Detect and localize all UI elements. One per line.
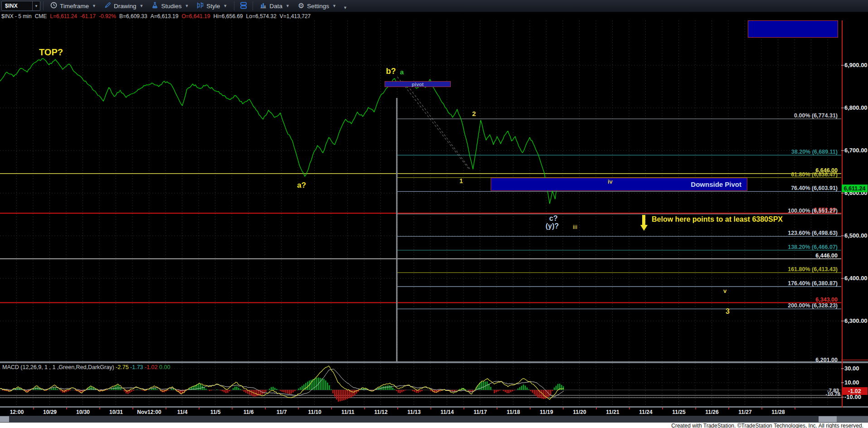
symbol-input[interactable]: $INX ▼	[1, 1, 40, 11]
price-axis-label: 6,300.00	[844, 317, 868, 324]
chart-annotation: a	[400, 68, 404, 75]
level-label: 6,343.00	[815, 297, 838, 303]
quote-segment: V=1,413,727	[280, 13, 311, 19]
session-tick	[497, 408, 497, 409]
level-label: 138.20% (6,466.07)	[788, 244, 838, 250]
session-tick	[265, 408, 266, 409]
pencil-icon	[104, 2, 111, 10]
macd-label-segment: -1.73	[129, 364, 143, 370]
style-menu[interactable]: Style ▼	[193, 0, 231, 12]
settings-menu[interactable]: ⚙ Settings ▼	[294, 0, 341, 12]
time-axis-label: 11/26	[705, 409, 718, 415]
drawing-box: Downside Pivot	[491, 178, 747, 191]
level-label: 200.00% (6,328.23)	[788, 302, 838, 309]
level-label: 161.80% (6,413.43)	[788, 266, 838, 272]
session-tick	[728, 408, 729, 409]
horizontal-scrollbar[interactable]	[0, 416, 868, 423]
macd-study-label: MACD (12,26,9, 1 , 1 ,Green,Red,DarkGray…	[2, 364, 170, 370]
session-tick	[99, 408, 100, 409]
macd-label-segment: MACD (12,26,9, 1 , 1 ,Green,Red,DarkGray…	[2, 364, 114, 370]
link-windows-button[interactable]	[237, 0, 250, 12]
price-axis-label: 6,800.00	[844, 104, 868, 111]
macd-label-segment: -1.02	[143, 364, 158, 370]
gear-icon: ⚙	[298, 2, 304, 10]
studies-menu[interactable]: Studies ▼	[147, 0, 193, 12]
time-axis-label: 11/7	[277, 409, 287, 415]
session-tick	[199, 408, 200, 409]
level-label: 38.20% (6,689.11)	[791, 149, 838, 155]
time-axis-label: 11/5	[210, 409, 221, 415]
scrollbar-left-stepper[interactable]	[0, 416, 9, 422]
toolbar-separator	[234, 1, 234, 10]
level-label: 176.40% (6,380.87)	[788, 280, 838, 287]
settings-label: Settings	[307, 3, 329, 10]
data-label: Data	[269, 3, 283, 10]
data-menu[interactable]: Data ▼	[256, 0, 293, 12]
time-axis-label: 11/6	[244, 409, 254, 415]
time-axis-label: 11/25	[672, 409, 685, 415]
drawing-box: pivot	[385, 81, 451, 87]
time-axis-label: 11/18	[507, 409, 520, 415]
time-axis-label: 11/12	[374, 409, 387, 415]
level-label: 76.40% (6,603.91)	[791, 185, 838, 191]
time-axis-label: 10/29	[43, 409, 57, 415]
toolbar-overflow-chevron[interactable]: ▼	[343, 5, 347, 10]
session-tick	[132, 408, 133, 409]
chevron-down-icon: ▼	[286, 4, 290, 8]
chevron-down-icon: ▼	[92, 4, 96, 8]
style-label: Style	[206, 3, 220, 10]
scrollbar-right-zone[interactable]	[837, 416, 868, 422]
session-tick	[596, 408, 597, 409]
session-tick	[298, 408, 299, 409]
time-axis-label: 11/27	[738, 409, 751, 415]
session-tick	[629, 408, 630, 409]
macd-label-segment: -2.75	[114, 364, 129, 370]
session-tick	[530, 408, 531, 409]
timeframe-menu[interactable]: Timeframe ▼	[46, 0, 100, 12]
time-axis-label: 11/20	[573, 409, 586, 415]
scrollbar-thumb[interactable]	[819, 416, 837, 422]
macd-axis-label: 10.00	[844, 379, 859, 386]
chart-annotation: TOP?	[39, 48, 63, 57]
session-tick	[166, 408, 166, 409]
quote-segment: A=6,613.19	[151, 13, 179, 19]
toolbar-separator	[253, 1, 253, 10]
chevron-down-icon: ▼	[185, 4, 189, 8]
session-tick	[397, 408, 398, 409]
symbol-value: $INX	[2, 3, 32, 9]
chevron-down-icon: ▼	[332, 4, 336, 8]
chart-canvas[interactable]: 0.00% (6,774.31)38.20% (6,689.11)6,646.0…	[0, 20, 868, 408]
drawing-menu[interactable]: Drawing ▼	[100, 0, 147, 12]
time-axis-label: 11/4	[177, 409, 188, 415]
time-axis-label: 11/19	[540, 409, 553, 415]
chart-annotation: 3	[726, 308, 730, 315]
chart-annotation: iv	[608, 179, 613, 185]
studies-label: Studies	[161, 3, 181, 10]
time-axis-label: 12:00	[10, 409, 24, 415]
symbol-dropdown-arrow[interactable]: ▼	[32, 1, 40, 10]
down-arrow-icon	[640, 225, 648, 231]
bar-chart-icon	[260, 2, 267, 10]
chart-annotation: c?	[549, 215, 558, 222]
chart-annotation: (y)?	[546, 223, 559, 230]
chart-annotation: b?	[386, 67, 396, 75]
down-arrow-icon	[642, 215, 645, 225]
time-axis: 12:0010/2910/3010/31Nov12:0011/411/511/6…	[0, 408, 868, 416]
quote-segment: Hi=6,656.69	[213, 13, 243, 19]
level-label: 61.80% (6,636.47)	[791, 171, 838, 178]
time-axis-label: 10/30	[76, 409, 90, 415]
main-toolbar: $INX ▼ Timeframe ▼ Drawing ▼ Studies ▼	[0, 0, 868, 12]
price-axis-label: 6,900.00	[844, 62, 868, 68]
chevron-down-icon: ▼	[223, 4, 227, 8]
level-label: 123.60% (6,498.63)	[788, 230, 838, 236]
macd-value-badge: -1.02	[842, 387, 868, 395]
price-axis-label: 6,500.00	[844, 232, 868, 239]
price-axis-label: 6,400.00	[844, 275, 868, 282]
macd-axis-label: 30.00	[844, 365, 859, 372]
session-tick	[364, 408, 365, 409]
quote-segment: L=6,611.24	[50, 13, 77, 19]
quote-info-bar: $INX - 5 minCMEL=6,611.24-61.17-0.92%B=6…	[0, 12, 868, 20]
session-tick	[430, 408, 431, 409]
clock-icon	[50, 2, 57, 10]
session-tick	[795, 408, 795, 409]
